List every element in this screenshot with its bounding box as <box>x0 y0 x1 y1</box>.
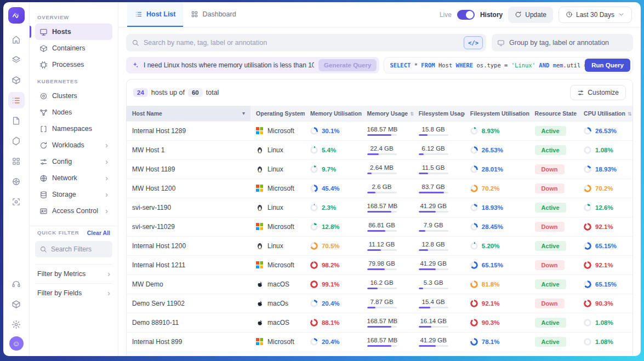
containers-icon[interactable] <box>8 72 25 88</box>
column-header-resource-state[interactable]: Resource State⇅ <box>529 106 578 122</box>
infrastructure-icon[interactable] <box>8 92 25 108</box>
host-name[interactable]: svi-serv-11029 <box>127 217 250 237</box>
settings-icon[interactable] <box>8 316 25 333</box>
pods-icon[interactable] <box>8 133 25 149</box>
host-name[interactable]: Demo 88910-11 <box>127 313 250 333</box>
host-search-input[interactable] <box>144 39 459 47</box>
sidebar-item-containers[interactable]: Containers <box>35 40 112 56</box>
table-row[interactable]: MW Host 1189 Linux 9.7% 2.64 MB 11.5 GB … <box>127 160 632 179</box>
host-name[interactable]: MW Host 1200 <box>127 179 250 198</box>
table-row[interactable]: Internal Host 899 Microsoft 20.4% 168.57… <box>127 333 632 352</box>
search-filters-box[interactable] <box>35 241 112 257</box>
query-syntax-button[interactable]: </> <box>464 36 483 49</box>
search-filters-input[interactable] <box>51 245 108 253</box>
host-name[interactable]: svi-serv-1190 <box>127 198 250 217</box>
tab-host-list[interactable]: Host List <box>127 2 183 27</box>
sidebar-item-filter-by-metrics[interactable]: Filter by Metrics› <box>35 265 112 283</box>
customize-button[interactable]: Customize <box>570 85 626 100</box>
sidebar-item-nodes[interactable]: Nodes <box>35 104 112 121</box>
sidebar-sections: OVERVIEWHostsContainersProcessesKUBERNET… <box>35 9 112 219</box>
column-header-operating-system[interactable]: Operating System⇅ <box>250 106 305 122</box>
sidebar-item-clusters[interactable]: Clusters <box>35 88 112 104</box>
linux-logo-icon <box>256 204 264 211</box>
cpu-utilisation-gauge <box>584 338 591 346</box>
table-row[interactable]: Internal Host 1211 Microsoft 98.2% 79.98… <box>127 256 632 275</box>
table-row[interactable]: Demo 88910-11 macOS 88.1% 168.57 MB 16.1… <box>127 313 632 333</box>
integrations-icon[interactable] <box>8 296 25 312</box>
table-row[interactable]: svi-serv-1190 Linux 2.3% 168.57 MB 41.29… <box>127 198 632 217</box>
monitor-icon <box>39 28 48 36</box>
idcard-icon <box>39 207 48 215</box>
sidebar-item-namespaces[interactable]: Namespaces <box>35 121 112 137</box>
microsoft-logo-icon <box>256 185 264 192</box>
column-header-memory-utilisation[interactable]: Memory Utilisation⇅ <box>305 106 362 122</box>
table-row[interactable]: Internal Host 1200 Linux 70.5% 11.12 GB … <box>127 237 632 256</box>
apps-icon[interactable] <box>8 153 25 169</box>
home-icon[interactable] <box>8 31 25 48</box>
sidebar: OVERVIEWHostsContainersProcessesKUBERNET… <box>30 2 118 356</box>
host-name[interactable]: Demo Serv 11902 <box>127 294 250 313</box>
user-avatar[interactable]: ☺ <box>9 336 24 351</box>
host-name[interactable]: MW Host 1 <box>127 141 250 160</box>
generate-query-button[interactable]: Generate Query <box>318 59 377 71</box>
live-history-toggle[interactable] <box>457 10 475 20</box>
sparkle-icon <box>132 61 139 69</box>
sidebar-item-workloads[interactable]: Workloads› <box>35 137 112 153</box>
ai-prompt-text[interactable]: I need Linux hosts where memory utilisat… <box>144 61 314 69</box>
table-row[interactable]: svi-serv-11029 Microsoft 12.8% 86.81 GB … <box>127 217 632 237</box>
cpu-utilisation-gauge <box>584 280 591 288</box>
sidebar-item-hosts[interactable]: Hosts <box>35 24 112 40</box>
column-header-filesystem-utilisation[interactable]: Filesystem Utilisation⇅ <box>465 106 529 122</box>
linux-logo-icon <box>256 165 264 173</box>
group-by-control[interactable]: Group by tag, label or annotation <box>492 34 633 51</box>
logs-icon[interactable] <box>8 112 25 129</box>
os-label: Microsoft <box>267 261 294 269</box>
filesystem-utilisation-value: 81.8% <box>482 281 500 288</box>
sidebar-item-label: Hosts <box>52 28 71 36</box>
host-name[interactable]: Internal Host 1289 <box>127 122 250 141</box>
os-label: Linux <box>267 146 283 154</box>
sidebar-item-processes[interactable]: Processes <box>35 56 112 73</box>
host-name[interactable]: Internal Host 1211 <box>127 256 250 275</box>
support-icon[interactable] <box>8 276 25 292</box>
target-icon <box>39 92 48 100</box>
column-header-memory-usage[interactable]: Memory Usage⇅ <box>362 106 413 122</box>
host-name[interactable]: MW Demo <box>127 275 250 294</box>
column-header-cpu-utilisation[interactable]: CPU Utilisation⇅ <box>578 106 632 122</box>
clear-all-link[interactable]: Clear All <box>87 230 110 236</box>
host-name[interactable]: Internal Host 899 <box>127 333 250 352</box>
kubernetes-icon[interactable] <box>8 173 25 190</box>
memory-utilisation-gauge <box>310 204 318 211</box>
sql-query[interactable]: SELECT * FROM Host WHERE os.type = 'Linu… <box>390 62 585 68</box>
tab-dashboard[interactable]: Dashboard <box>183 2 243 27</box>
run-query-button[interactable]: Run Query <box>585 59 630 72</box>
memory-utilisation-gauge <box>310 185 318 192</box>
column-header-filesystem-usage[interactable]: Filesystem Usage⇅ <box>413 106 465 122</box>
table-row[interactable]: Internal Host 1289 Microsoft 30.1% 168.5… <box>127 122 632 141</box>
sort-icon: ⇅ <box>410 111 413 117</box>
main-area: Host List Dashboard Live History Update … <box>118 2 641 356</box>
cpu-utilisation-value: 12.6% <box>595 204 613 211</box>
sidebar-item-network[interactable]: Network› <box>35 170 112 186</box>
app-logo[interactable] <box>8 7 25 24</box>
memory-usage-bar <box>367 173 397 174</box>
sidebar-item-label: Workloads <box>52 141 84 149</box>
cpu-utilisation-value: 26.53% <box>595 128 617 134</box>
column-header-host-name[interactable]: Host Name▾ <box>127 106 250 122</box>
table-row[interactable]: MW Host 1 Linux 5.4% 22.4 GB 6.12 GB 26.… <box>127 141 632 160</box>
update-button[interactable]: Update <box>508 7 553 23</box>
host-name[interactable]: Internal Host 1200 <box>127 237 250 256</box>
sidebar-item-filter-by-fields[interactable]: Filter by Fields› <box>35 283 112 302</box>
scan-icon[interactable] <box>8 193 25 210</box>
table-row[interactable]: Demo Serv 11902 macOs 20.4% 7.87 GB 15.4… <box>127 294 632 313</box>
sidebar-item-config[interactable]: Config› <box>35 153 112 170</box>
table-row[interactable]: MW Demo macOS 99.1% 16.2 GB 5.3 GB 81.8%… <box>127 275 632 294</box>
sidebar-item-access-control[interactable]: Access Control› <box>35 203 112 219</box>
sidebar-item-storage[interactable]: Storage› <box>35 186 112 203</box>
host-name[interactable]: MW Host 1189 <box>127 160 250 179</box>
table-row[interactable]: MW Host 1200 Microsoft 45.4% 2.6 GB 83.7… <box>127 179 632 198</box>
cpu-utilisation-gauge <box>584 204 591 211</box>
sidebar-item-label: Network <box>52 174 77 182</box>
time-range-dropdown[interactable]: Last 30 Days <box>558 7 632 23</box>
layers-icon[interactable] <box>8 51 25 68</box>
